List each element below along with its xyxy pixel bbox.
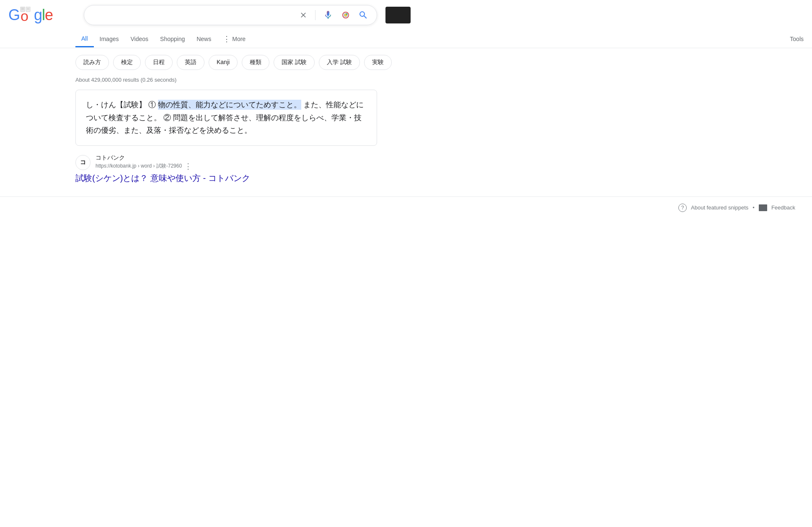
snippet-text-highlight: 物の性質、能力などについてためすこと。: [158, 100, 301, 110]
feedback-label[interactable]: Feedback: [771, 204, 795, 211]
tab-images[interactable]: Images: [94, 31, 125, 46]
logo-o-doodle: o: [20, 7, 34, 23]
logo-letter-e: e: [45, 6, 53, 24]
source-url-row: https://kotobank.jp › word › 試験-72960 ⋮: [96, 162, 192, 171]
results-count: About 429,000,000 results (0.26 seconds): [75, 77, 377, 83]
chip-shurui[interactable]: 種類: [242, 55, 269, 70]
chip-yomikata[interactable]: 読み方: [75, 55, 109, 70]
source-url: https://kotobank.jp › word › 試験-72960: [96, 163, 182, 170]
mic-icon: [323, 10, 333, 20]
chip-kentei[interactable]: 検定: [113, 55, 141, 70]
logo-letter-g2: g: [34, 6, 42, 24]
voice-search-button[interactable]: [321, 8, 335, 22]
logo-letter-l: l: [42, 6, 45, 24]
footer-dot: •: [753, 204, 755, 211]
source-logo: コ: [75, 155, 91, 170]
tab-news[interactable]: News: [191, 31, 217, 46]
clear-button[interactable]: [297, 9, 309, 21]
chip-kokka[interactable]: 国家 試験: [274, 55, 315, 70]
tab-more[interactable]: ⋮ More: [217, 30, 251, 48]
footer-snippets: ? About featured snippets • Feedback: [0, 196, 812, 219]
source-row: コ コトバンク https://kotobank.jp › word › 試験-…: [75, 154, 377, 171]
featured-snippet: し・けん【試験】 ① 物の性質、能力などについてためすこと。 また、性能などにつ…: [75, 90, 377, 146]
search-divider: [315, 10, 315, 20]
source-menu-icon[interactable]: ⋮: [184, 162, 192, 171]
nav-tabs: All Images Videos Shopping News ⋮ More T…: [0, 27, 812, 48]
google-logo: G o g l e: [8, 6, 53, 24]
snippet-text-before: し・けん【試験】 ①: [86, 101, 158, 109]
close-icon: [299, 11, 308, 19]
lens-icon: [341, 10, 351, 20]
help-icon[interactable]: ?: [678, 204, 687, 212]
search-icon: [358, 10, 368, 20]
logo-letter-g: G: [8, 6, 20, 24]
feedback-icon: [759, 204, 767, 211]
source-name: コトバンク: [96, 154, 192, 162]
tab-all[interactable]: All: [75, 31, 94, 47]
logo-doodle: o: [20, 7, 34, 23]
chip-kanji[interactable]: Kanji: [209, 55, 238, 70]
search-button[interactable]: [357, 8, 370, 22]
tab-shopping[interactable]: Shopping: [154, 31, 191, 46]
profile-image: [385, 7, 411, 23]
more-dots-icon: ⋮: [223, 34, 230, 44]
svg-rect-1: [21, 7, 25, 12]
logo-area: G o g l e: [8, 6, 75, 24]
header: G o g l e 試験: [0, 0, 812, 25]
search-bar[interactable]: 試験: [84, 5, 377, 25]
svg-rect-5: [26, 7, 30, 12]
chips-container: 読み方 検定 日程 英語 Kanji 種類 国家 試験 入学 試験 実験: [0, 48, 812, 77]
result-title-link[interactable]: 試験(シケン)とは？ 意味や使い方 - コトバンク: [75, 173, 377, 184]
snippet-text: し・けん【試験】 ① 物の性質、能力などについてためすこと。 また、性能などにつ…: [86, 98, 367, 137]
lens-button[interactable]: [339, 8, 352, 22]
chip-nyugaku[interactable]: 入学 試験: [319, 55, 360, 70]
tab-videos[interactable]: Videos: [124, 31, 154, 46]
search-input[interactable]: 試験: [91, 11, 293, 20]
chip-eigo[interactable]: 英語: [177, 55, 204, 70]
results-area: About 429,000,000 results (0.26 seconds)…: [0, 77, 377, 184]
chip-nittei[interactable]: 日程: [145, 55, 173, 70]
about-snippets-label[interactable]: About featured snippets: [691, 204, 748, 211]
chip-jikken[interactable]: 実験: [364, 55, 392, 70]
svg-point-11: [346, 13, 348, 15]
source-info: コトバンク https://kotobank.jp › word › 試験-72…: [96, 154, 192, 171]
tab-tools[interactable]: Tools: [784, 31, 812, 46]
